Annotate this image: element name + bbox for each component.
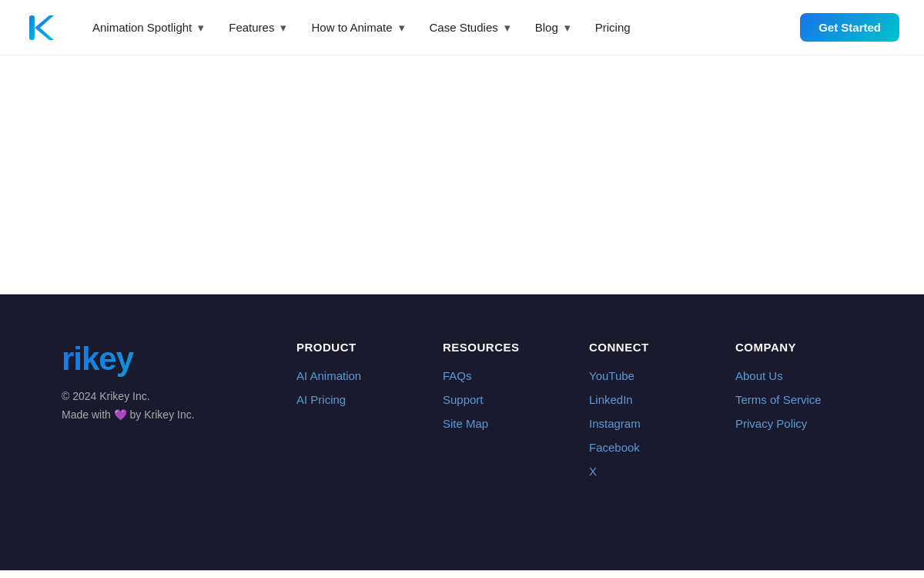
svg-rect-0	[29, 15, 35, 40]
nav-features-label: Features	[229, 21, 274, 34]
chevron-down-icon: ▾	[501, 22, 514, 34]
footer-made-with: Made with 💜 by Krikey Inc.	[62, 408, 277, 421]
footer-link-terms-of-service[interactable]: Terms of Service	[735, 393, 843, 406]
footer-link-youtube[interactable]: YouTube	[589, 369, 697, 382]
footer-link-instagram[interactable]: Instagram	[589, 417, 697, 430]
footer-link-support[interactable]: Support	[443, 393, 551, 406]
footer-top: rikey © 2024 Krikey Inc. Made with 💜 by …	[62, 341, 862, 489]
footer-link-faqs[interactable]: FAQs	[443, 369, 551, 382]
footer-col-connect: CONNECT YouTube LinkedIn Instagram Faceb…	[589, 341, 697, 489]
logo[interactable]	[25, 11, 59, 45]
footer-link-privacy-policy[interactable]: Privacy Policy	[735, 417, 843, 430]
footer-link-ai-pricing[interactable]: AI Pricing	[296, 393, 404, 406]
chevron-down-icon: ▾	[277, 22, 290, 34]
footer-col-resources: RESOURCES FAQs Support Site Map	[443, 341, 551, 489]
footer-link-about-us[interactable]: About Us	[735, 369, 843, 382]
header: Animation Spotlight ▾ Features ▾ How to …	[0, 0, 924, 55]
footer-company-title: COMPANY	[735, 341, 843, 354]
footer-link-x[interactable]: X	[589, 465, 697, 478]
svg-marker-1	[35, 15, 54, 40]
nav-animation-spotlight[interactable]: Animation Spotlight ▾	[83, 15, 216, 40]
footer-columns: PRODUCT AI Animation AI Pricing RESOURCE…	[277, 341, 862, 489]
footer-brand: rikey © 2024 Krikey Inc. Made with 💜 by …	[62, 341, 277, 489]
footer: rikey © 2024 Krikey Inc. Made with 💜 by …	[0, 294, 924, 570]
footer-col-company: COMPANY About Us Terms of Service Privac…	[735, 341, 843, 489]
main-nav: Animation Spotlight ▾ Features ▾ How to …	[83, 15, 800, 40]
main-content	[0, 55, 924, 294]
nav-features[interactable]: Features ▾	[219, 15, 299, 40]
nav-pricing[interactable]: Pricing	[586, 15, 640, 40]
footer-link-linkedin[interactable]: LinkedIn	[589, 393, 697, 406]
footer-resources-title: RESOURCES	[443, 341, 551, 354]
footer-logo: rikey	[62, 341, 277, 378]
get-started-button[interactable]: Get Started	[800, 13, 899, 42]
footer-link-facebook[interactable]: Facebook	[589, 441, 697, 454]
footer-col-product: PRODUCT AI Animation AI Pricing	[296, 341, 404, 489]
footer-connect-title: CONNECT	[589, 341, 697, 354]
chevron-down-icon: ▾	[561, 22, 574, 34]
chevron-down-icon: ▾	[195, 22, 207, 34]
footer-copyright: © 2024 Krikey Inc.	[62, 390, 277, 402]
footer-link-ai-animation[interactable]: AI Animation	[296, 369, 404, 382]
footer-product-title: PRODUCT	[296, 341, 404, 354]
nav-case-studies[interactable]: Case Studies ▾	[420, 15, 523, 40]
nav-animation-spotlight-label: Animation Spotlight	[92, 21, 192, 34]
nav-case-studies-label: Case Studies	[430, 21, 498, 34]
nav-blog[interactable]: Blog ▾	[526, 15, 583, 40]
nav-how-to-animate[interactable]: How to Animate ▾	[302, 15, 417, 40]
nav-how-to-animate-label: How to Animate	[311, 21, 392, 34]
nav-blog-label: Blog	[535, 21, 558, 34]
chevron-down-icon: ▾	[396, 22, 408, 34]
footer-link-site-map[interactable]: Site Map	[443, 417, 551, 430]
